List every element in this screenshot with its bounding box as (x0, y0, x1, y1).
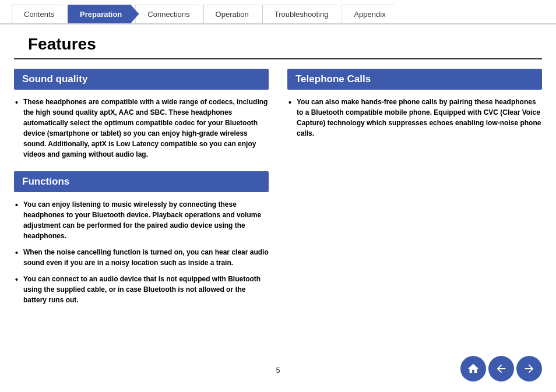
functions-header: Functions (14, 171, 269, 192)
left-column: Sound quality These headphones are compa… (14, 69, 273, 317)
list-item: When the noise cancelling function is tu… (14, 247, 269, 268)
back-icon (495, 362, 508, 375)
forward-icon (523, 362, 536, 375)
right-column: Telephone Calls You can also make hands-… (283, 69, 542, 317)
home-icon (467, 362, 480, 375)
nav-tabs: Contents Preparation Connections Operati… (0, 0, 556, 24)
tab-preparation[interactable]: Preparation (68, 5, 139, 23)
tab-troubleshooting[interactable]: Troubleshooting (262, 5, 346, 23)
tab-contents[interactable]: Contents (12, 5, 71, 23)
list-item: These headphones are compatible with a w… (14, 97, 269, 160)
sound-quality-list: These headphones are compatible with a w… (14, 97, 269, 160)
list-item: You can connect to an audio device that … (14, 274, 269, 305)
tab-appendix[interactable]: Appendix (342, 5, 402, 23)
back-button[interactable] (488, 356, 514, 382)
bottom-nav (460, 356, 542, 382)
page-number: 5 (276, 366, 280, 375)
forward-button[interactable] (516, 356, 542, 382)
sound-quality-header: Sound quality (14, 69, 269, 90)
tab-connections[interactable]: Connections (135, 5, 206, 23)
telephone-calls-header: Telephone Calls (287, 69, 542, 90)
telephone-calls-list: You can also make hands-free phone calls… (287, 97, 542, 139)
home-button[interactable] (460, 356, 486, 382)
page-title: Features (14, 24, 542, 59)
tab-operation[interactable]: Operation (203, 5, 266, 23)
list-item: You can enjoy listening to music wireles… (14, 199, 269, 241)
functions-list: You can enjoy listening to music wireles… (14, 199, 269, 305)
list-item: You can also make hands-free phone calls… (287, 97, 542, 139)
content-area: Sound quality These headphones are compa… (0, 59, 556, 326)
